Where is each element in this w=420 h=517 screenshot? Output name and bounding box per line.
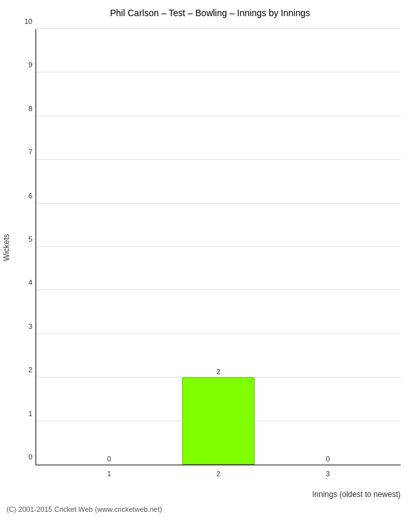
- y-tick-label-5: 5: [28, 235, 32, 243]
- y-tick-label-8: 8: [28, 105, 32, 112]
- bar-value-label-1: 0: [107, 455, 111, 463]
- gridline-10: [36, 28, 401, 29]
- gridline-6: [36, 203, 401, 204]
- gridline-4: [36, 290, 401, 290]
- y-axis-title: Wickets: [2, 234, 11, 261]
- y-tick-label-3: 3: [28, 322, 32, 330]
- gridline-8: [36, 116, 401, 116]
- chart-title: Phil Carlson – Test – Bowling – Innings …: [0, 0, 420, 23]
- gridline-7: [36, 159, 401, 160]
- y-tick-label-7: 7: [28, 148, 32, 156]
- y-tick-label-1: 1: [28, 410, 32, 417]
- y-tick-label-6: 6: [28, 192, 32, 200]
- y-tick-label-4: 4: [28, 279, 32, 286]
- chart-area: 012345678910012203: [36, 29, 401, 465]
- y-tick-label-9: 9: [28, 61, 32, 69]
- copyright: (C) 2001-2015 Cricket Web (www.cricketwe…: [6, 505, 162, 513]
- chart-container: Phil Carlson – Test – Bowling – Innings …: [0, 0, 420, 517]
- gridline-5: [36, 246, 401, 247]
- y-tick-label-10: 10: [25, 17, 32, 25]
- bar-value-label-2: 2: [216, 368, 220, 375]
- x-tick-label-3: 3: [326, 470, 330, 478]
- gridline-3: [36, 333, 401, 334]
- y-tick-label-2: 2: [28, 366, 32, 374]
- bar-innings-2: [182, 377, 255, 465]
- gridline-9: [36, 72, 401, 72]
- x-axis-title: Innings (oldest to newest): [312, 490, 401, 499]
- bar-value-label-3: 0: [326, 455, 330, 463]
- x-tick-label-2: 2: [216, 470, 220, 478]
- x-tick-label-1: 1: [107, 470, 111, 478]
- y-tick-label-0: 0: [28, 453, 32, 461]
